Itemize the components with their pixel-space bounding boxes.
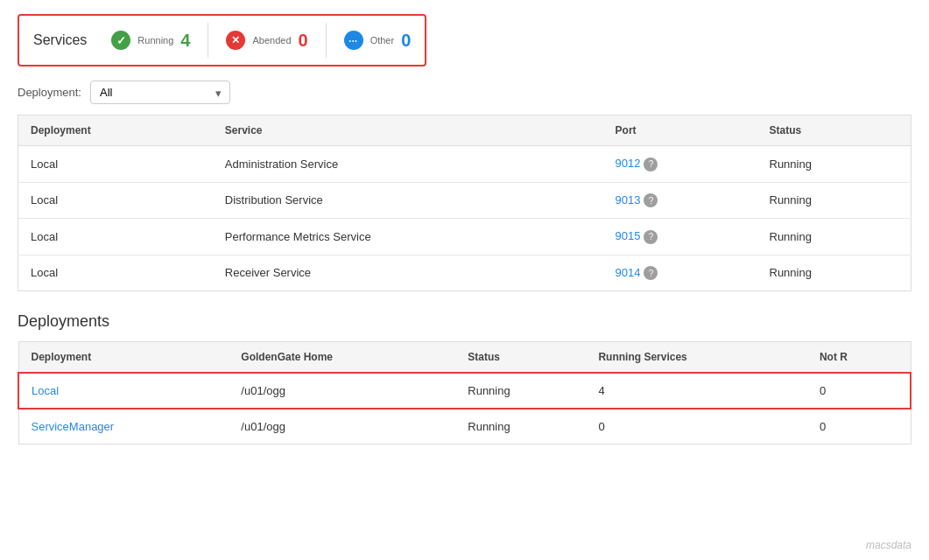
deployments-header-row: Deployment GoldenGate Home Status Runnin… [18,342,911,374]
services-cell-port: 9013? [603,182,757,219]
help-icon[interactable]: ? [644,193,658,207]
services-summary-card: Services Running 4 Abended 0 Other 0 [18,14,426,66]
deployment-row: ServiceManager/u01/oggRunning00 [18,409,911,444]
abended-item: Abended [252,35,291,46]
services-cell-port: 9015? [603,219,757,256]
other-count: 0 [401,31,411,51]
services-row: LocalPerformance Metrics Service9015?Run… [18,219,911,256]
dep-col-notr: Not R [807,342,911,374]
dep-cell-notr: 0 [807,409,911,444]
services-table-body: LocalAdministration Service9012?RunningL… [18,146,911,291]
running-count: 4 [180,31,190,51]
col-service: Service [213,116,603,146]
divider-1 [208,23,208,58]
col-status: Status [757,116,911,146]
other-status-group: Other 0 [344,31,412,51]
port-link[interactable]: 9015 [616,229,641,242]
col-deployment: Deployment [18,116,213,146]
services-cell-port: 9014? [603,255,757,291]
services-table: Deployment Service Port Status LocalAdmi… [18,115,911,291]
abended-count: 0 [299,31,308,51]
services-cell-service: Administration Service [213,146,603,183]
services-cell-deployment: Local [18,182,213,219]
services-cell-status: Running [757,182,911,219]
running-label: Running [137,35,173,46]
other-label: Other [370,35,395,46]
deployments-table: Deployment GoldenGate Home Status Runnin… [18,341,911,444]
watermark: macsdata [866,539,911,551]
help-icon[interactable]: ? [644,230,658,244]
services-cell-status: Running [757,146,911,183]
help-icon[interactable]: ? [644,158,658,172]
services-header-row: Deployment Service Port Status [18,116,911,146]
dep-cell-home: /u01/ogg [229,373,455,409]
deployment-select[interactable]: All Local ServiceManager [90,80,230,104]
deployment-link[interactable]: ServiceManager [32,420,115,433]
deployments-table-header: Deployment GoldenGate Home Status Runnin… [18,342,911,374]
services-cell-status: Running [757,255,911,291]
dep-col-running: Running Services [586,342,806,374]
services-table-header: Deployment Service Port Status [18,116,911,146]
col-port: Port [603,116,757,146]
abended-icon [226,31,245,50]
deployments-table-body: Local/u01/oggRunning40ServiceManager/u01… [18,373,911,444]
services-cell-deployment: Local [18,255,213,291]
other-icon [344,31,363,50]
filter-row: Deployment: All Local ServiceManager [18,80,911,104]
divider-2 [326,23,327,58]
dep-col-deployment: Deployment [18,342,229,374]
filter-label: Deployment: [18,86,81,99]
services-cell-status: Running [757,219,911,256]
deployment-row: Local/u01/oggRunning40 [18,373,911,409]
deployments-title: Deployments [18,312,911,331]
services-cell-deployment: Local [18,219,213,256]
dep-col-status: Status [455,342,586,374]
running-item: Running [137,35,173,46]
services-table-section: Deployment Service Port Status LocalAdmi… [18,115,911,291]
services-cell-service: Performance Metrics Service [213,219,603,256]
abended-label: Abended [252,35,291,46]
services-cell-deployment: Local [18,146,213,183]
deployment-select-wrapper[interactable]: All Local ServiceManager [90,80,230,104]
port-link[interactable]: 9014 [616,266,641,279]
dep-cell-deployment: Local [18,373,229,409]
services-cell-service: Distribution Service [213,182,603,219]
dep-cell-status: Running [455,409,586,444]
dep-col-home: GoldenGate Home [229,342,455,374]
other-item: Other [370,35,395,46]
dep-cell-status: Running [455,373,586,409]
services-title: Services [33,32,87,48]
services-cell-service: Receiver Service [213,255,603,291]
dep-cell-notr: 0 [807,373,911,409]
running-icon [111,31,130,50]
services-row: LocalAdministration Service9012?Running [18,146,911,183]
port-link[interactable]: 9012 [616,157,641,170]
dep-cell-running: 0 [586,409,806,444]
port-link[interactable]: 9013 [616,193,641,206]
services-row: LocalDistribution Service9013?Running [18,182,911,219]
dep-cell-running: 4 [586,373,806,409]
dep-cell-deployment: ServiceManager [18,409,229,444]
running-status-group: Running 4 [111,31,190,51]
deployment-link[interactable]: Local [32,384,59,397]
deployments-section: Deployments Deployment GoldenGate Home S… [18,312,911,444]
dep-cell-home: /u01/ogg [229,409,455,444]
abended-status-group: Abended 0 [226,31,307,51]
help-icon[interactable]: ? [644,266,658,280]
services-row: LocalReceiver Service9014?Running [18,255,911,291]
services-cell-port: 9012? [603,146,757,183]
